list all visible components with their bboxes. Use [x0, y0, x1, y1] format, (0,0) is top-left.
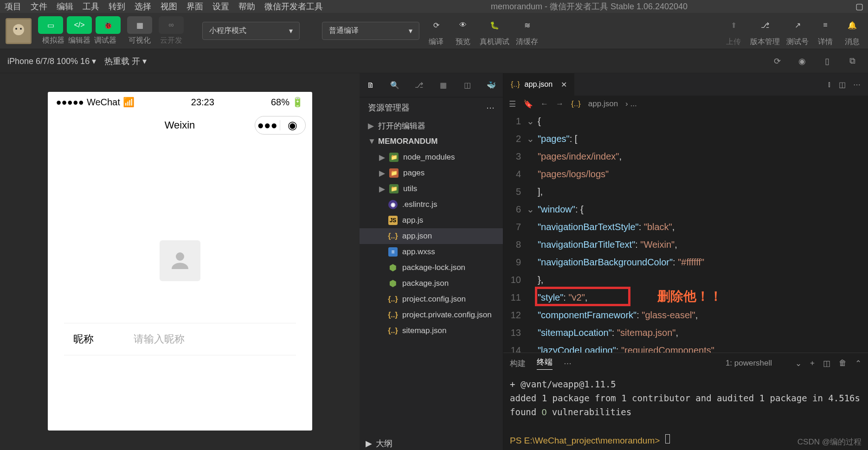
- new-terminal-icon[interactable]: +: [810, 359, 815, 368]
- docker-tab-icon[interactable]: 🐳: [485, 79, 498, 92]
- svg-point-2: [15, 28, 17, 30]
- capsule-menu-icon[interactable]: ●●●: [255, 119, 280, 132]
- clear-cache-icon[interactable]: ≋: [517, 15, 537, 35]
- simulator-panel: ●●●●●WeChat📶 23:23 68% 🔋 Weixin ●●● ◉ 昵称…: [0, 73, 360, 450]
- editor-tabs: {..} app.json ✕ ⫿ ◫ ⋯: [503, 73, 868, 96]
- file-sitemap.json[interactable]: {..}sitemap.json: [360, 323, 503, 339]
- device-selector[interactable]: iPhone 6/7/8 100% 16 ▾: [7, 56, 96, 66]
- upload-icon[interactable]: ⬆: [723, 15, 744, 35]
- menu-微信开发者工具[interactable]: 微信开发者工具: [264, 1, 323, 12]
- editor-tab-appjson[interactable]: {..} app.json ✕: [503, 73, 574, 96]
- split-icon[interactable]: ◫: [839, 80, 846, 89]
- plugin-tab-icon[interactable]: ◫: [461, 79, 474, 92]
- json-icon: {..}: [511, 80, 520, 89]
- forward-icon[interactable]: →: [556, 99, 564, 109]
- stop-icon[interactable]: ◉: [794, 53, 810, 70]
- editor-button[interactable]: </>: [67, 16, 92, 34]
- bookmark-icon[interactable]: 🔖: [523, 99, 533, 109]
- mode-dropdown[interactable]: 小程序模式▾: [202, 22, 300, 40]
- shell-selector[interactable]: 1: powershell⌄: [726, 359, 802, 368]
- sub-toolbar: iPhone 6/7/8 100% 16 ▾ 热重载 开 ▾ ⟳ ◉ ▯ ⧉: [0, 49, 868, 73]
- split-terminal-icon[interactable]: ◫: [823, 359, 830, 368]
- file-.eslintrc.js[interactable]: ◉.eslintrc.js: [360, 197, 503, 212]
- menu-项目[interactable]: 项目: [5, 1, 21, 12]
- hot-reload[interactable]: 热重载 开 ▾: [104, 56, 147, 67]
- collapse-icon[interactable]: ⌃: [855, 359, 862, 368]
- refresh-icon[interactable]: ⟳: [769, 53, 785, 70]
- menu-帮助[interactable]: 帮助: [238, 1, 255, 12]
- highlight-box: [535, 287, 630, 306]
- phone-simulator: ●●●●●WeChat📶 23:23 68% 🔋 Weixin ●●● ◉ 昵称…: [48, 92, 312, 431]
- terminal-tab[interactable]: 终端: [537, 357, 553, 370]
- editor-panel: {..} app.json ✕ ⫿ ◫ ⋯ ☰ 🔖 ← → {..} app.j…: [503, 73, 868, 450]
- project-root[interactable]: ▼MEMORANDUM: [360, 134, 503, 149]
- capsule-button[interactable]: ●●● ◉: [255, 116, 306, 135]
- file-app.wxss[interactable]: ≡app.wxss: [360, 244, 503, 260]
- git-tab-icon[interactable]: ⎇: [412, 79, 425, 92]
- svg-point-4: [176, 252, 184, 261]
- files-tab-icon[interactable]: 🗎: [364, 79, 377, 92]
- breadcrumb: ☰ 🔖 ← → {..} app.json › ...: [503, 96, 868, 112]
- file-project.config.json[interactable]: {..}project.config.json: [360, 291, 503, 307]
- notif-icon[interactable]: 🔔: [842, 15, 862, 35]
- file-node_modules[interactable]: ▶📁node_modules: [360, 149, 503, 165]
- nickname-row[interactable]: 昵称 请输入昵称: [64, 323, 296, 355]
- user-avatar[interactable]: [6, 18, 32, 44]
- outline-section[interactable]: ▶大纲: [366, 438, 392, 449]
- back-icon[interactable]: ←: [540, 99, 548, 109]
- menu-转到[interactable]: 转到: [109, 1, 125, 12]
- file-app.json[interactable]: {..}app.json: [360, 228, 503, 244]
- phone-icon[interactable]: ▯: [819, 53, 836, 70]
- file-app.js[interactable]: JSapp.js: [360, 212, 503, 228]
- menu-编辑[interactable]: 编辑: [57, 1, 73, 12]
- file-pages[interactable]: ▶📁pages: [360, 165, 503, 181]
- annotation-text: 删除他！！: [657, 288, 722, 305]
- menu-设置[interactable]: 设置: [212, 1, 229, 12]
- wifi-icon: 📶: [123, 96, 135, 108]
- trash-icon[interactable]: 🗑: [839, 359, 847, 368]
- nav-bar: Weixin ●●● ◉: [48, 112, 312, 138]
- menu-视图[interactable]: 视图: [161, 1, 177, 12]
- version-icon[interactable]: ⎇: [755, 15, 775, 35]
- menu-选择[interactable]: 选择: [135, 1, 151, 12]
- preview-icon[interactable]: 👁: [453, 15, 473, 35]
- file-package-lock.json[interactable]: ⬢package-lock.json: [360, 260, 503, 276]
- nickname-placeholder: 请输入昵称: [134, 332, 185, 346]
- debugger-button[interactable]: 🐞: [96, 16, 121, 34]
- compare-icon[interactable]: ⫿: [828, 80, 831, 89]
- menu-界面[interactable]: 界面: [186, 1, 203, 12]
- explorer-panel: 🗎 🔍 ⎇ ▦ ◫ 🐳 资源管理器⋯ ▶打开的编辑器 ▼MEMORANDUM ▶…: [360, 73, 503, 450]
- avatar-placeholder[interactable]: [160, 240, 200, 281]
- visual-button[interactable]: ▦: [127, 16, 152, 34]
- cloud-button[interactable]: ∞: [159, 16, 184, 34]
- test-icon[interactable]: ↗: [787, 15, 808, 35]
- search-tab-icon[interactable]: 🔍: [388, 79, 401, 92]
- compile-dropdown[interactable]: 普通编译▾: [322, 22, 419, 40]
- more-icon[interactable]: ⋯: [486, 103, 495, 113]
- battery-icon: 🔋: [292, 97, 303, 107]
- simulator-button[interactable]: ▭: [38, 16, 63, 34]
- file-package.json[interactable]: ⬢package.json: [360, 276, 503, 291]
- close-tab-icon[interactable]: ✕: [561, 80, 567, 89]
- close-icon[interactable]: ▢: [855, 1, 863, 12]
- real-debug-icon[interactable]: 🐛: [484, 15, 505, 35]
- more-tab[interactable]: ⋯: [564, 359, 572, 368]
- menu-bar: 项目文件编辑工具转到选择视图界面设置帮助微信开发者工具: [5, 1, 323, 12]
- menu-文件[interactable]: 文件: [31, 1, 47, 12]
- file-project.private.config.json[interactable]: {..}project.private.config.json: [360, 307, 503, 323]
- file-tree: ▶打开的编辑器 ▼MEMORANDUM ▶📁node_modules▶📁page…: [360, 118, 503, 339]
- copy-icon[interactable]: ⧉: [844, 53, 861, 70]
- file-utils[interactable]: ▶📁utils: [360, 181, 503, 197]
- nickname-label: 昵称: [73, 332, 134, 346]
- list-icon[interactable]: ☰: [509, 99, 516, 109]
- window-title: memorandum - 微信开发者工具 Stable 1.06.2402040: [332, 1, 846, 12]
- detail-icon[interactable]: ≡: [815, 15, 836, 35]
- build-tab[interactable]: 构建: [510, 358, 526, 369]
- ext-tab-icon[interactable]: ▦: [437, 79, 450, 92]
- more-icon[interactable]: ⋯: [853, 80, 861, 89]
- compile-icon[interactable]: ⟳: [426, 15, 446, 35]
- open-editors-section[interactable]: ▶打开的编辑器: [360, 118, 503, 134]
- capsule-close-icon[interactable]: ◉: [280, 119, 305, 132]
- code-area[interactable]: 1234567891011121314 ⌄⌄ ⌄ 删除他！！ { "pages"…: [503, 112, 868, 353]
- menu-工具[interactable]: 工具: [83, 1, 99, 12]
